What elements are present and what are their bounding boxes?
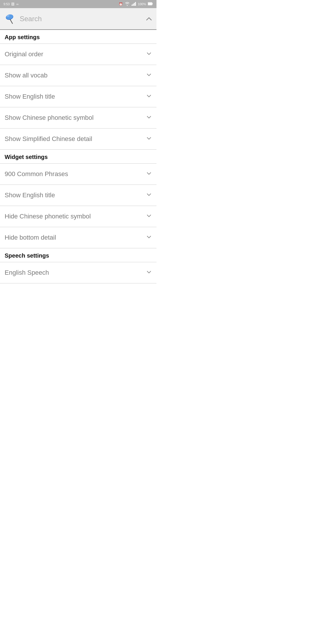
setting-row-show-chinese-phonetic[interactable]: Show Chinese phonetic symbol [0,107,156,128]
divider-section-speech-settings-bottom [0,283,156,283]
svg-rect-5 [148,3,152,5]
battery-icon [148,2,153,6]
battery-percent: 100% [138,2,146,6]
setting-row-hide-bottom-detail[interactable]: Hide bottom detail [0,227,156,248]
pin-icon [3,12,17,26]
setting-label-show-english-title-widget: Show English title [5,191,55,199]
photo-icon: 🖼 [11,2,14,6]
setting-label-900-common-phrases: 900 Common Phrases [5,170,68,178]
alarm-icon: ⏰ [119,2,123,6]
svg-rect-0 [132,5,132,6]
search-bar[interactable]: Search [0,8,156,30]
setting-row-show-english-title-app[interactable]: Show English title [0,86,156,107]
dropdown-arrow-original-order [146,51,152,58]
voicemail-icon: ∞ [16,2,19,6]
dropdown-arrow-english-speech [146,269,152,276]
section-header-app-settings: App settings [0,30,156,44]
setting-row-original-order[interactable]: Original order [0,44,156,65]
dropdown-arrow-show-english-title-widget [146,192,152,199]
setting-label-english-speech: English Speech [5,269,49,276]
dropdown-arrow-show-chinese-phonetic [146,114,152,122]
dropdown-arrow-hide-chinese-phonetic [146,213,152,220]
section-header-speech-settings: Speech settings [0,248,156,262]
svg-line-9 [10,19,12,23]
setting-row-hide-chinese-phonetic[interactable]: Hide Chinese phonetic symbol [0,206,156,227]
status-left: 9:53 🖼 ∞ [3,2,19,6]
section-title-widget-settings: Widget settings [5,154,48,160]
settings-container: App settingsOriginal order Show all voca… [0,30,156,283]
setting-label-show-all-vocab: Show all vocab [5,72,48,79]
dropdown-arrow-show-simplified-chinese [146,135,152,143]
setting-label-show-chinese-phonetic: Show Chinese phonetic symbol [5,114,94,122]
setting-row-show-simplified-chinese[interactable]: Show Simplified Chinese detail [0,129,156,149]
dropdown-arrow-show-english-title-app [146,93,152,100]
setting-row-show-english-title-widget[interactable]: Show English title [0,185,156,206]
svg-rect-3 [135,2,136,6]
section-title-speech-settings: Speech settings [5,252,49,259]
setting-label-show-english-title-app: Show English title [5,93,55,100]
setting-label-hide-chinese-phonetic: Hide Chinese phonetic symbol [5,213,91,220]
signal-icon [132,2,136,6]
dropdown-arrow-900-common-phrases [146,171,152,178]
setting-label-hide-bottom-detail: Hide bottom detail [5,234,56,241]
dropdown-arrow-show-all-vocab [146,72,152,79]
section-header-widget-settings: Widget settings [0,150,156,163]
svg-rect-2 [134,3,135,6]
setting-label-show-simplified-chinese: Show Simplified Chinese detail [5,135,92,143]
dropdown-arrow-hide-bottom-detail [146,234,152,241]
svg-rect-1 [133,4,134,6]
section-title-app-settings: App settings [5,34,40,40]
time-display: 9:53 [3,2,10,6]
setting-row-show-all-vocab[interactable]: Show all vocab [0,65,156,86]
wifi-icon [125,2,130,6]
setting-row-english-speech[interactable]: English Speech [0,262,156,283]
status-right: ⏰ 100% [119,2,153,6]
search-input-placeholder[interactable]: Search [20,15,142,23]
chevron-up-icon[interactable] [145,15,153,23]
svg-rect-6 [152,3,153,4]
status-bar: 9:53 🖼 ∞ ⏰ 100% [0,0,156,8]
setting-row-900-common-phrases[interactable]: 900 Common Phrases [0,164,156,184]
setting-label-original-order: Original order [5,50,43,58]
